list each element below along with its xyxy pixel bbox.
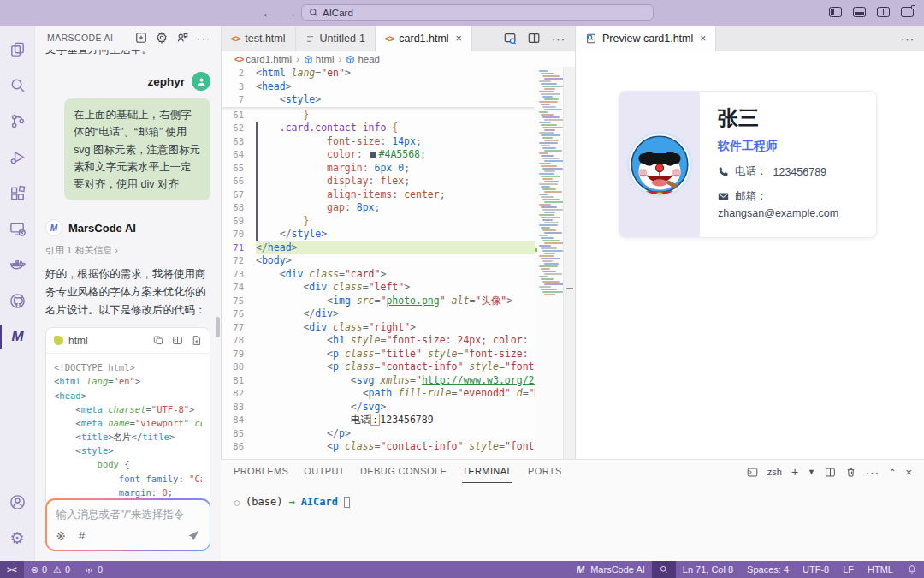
code-line[interactable]: 65 margin: 6px 0; [222, 162, 535, 176]
split-terminal-icon[interactable] [825, 467, 836, 478]
code-line[interactable]: 67 align-items: center; [222, 188, 535, 202]
panel-tab-output[interactable]: OUTPUT [304, 466, 345, 483]
toggle-panel-icon[interactable] [853, 7, 866, 17]
language-mode[interactable]: HTML [861, 561, 900, 578]
share-feedback-icon[interactable] [176, 32, 188, 44]
breadcrumb-item-card1-html[interactable]: <>card1.html [234, 54, 292, 64]
tab-preview-card1[interactable]: Preview card1.html × [576, 26, 716, 51]
maximize-panel-icon[interactable]: ⌃ [889, 468, 896, 477]
terminal[interactable]: ○ (base) → AICard [221, 483, 924, 508]
breadcrumb-item-head[interactable]: head [346, 54, 380, 64]
indentation[interactable]: Spaces: 4 [740, 561, 796, 578]
code-line[interactable]: 66 display: flex; [222, 175, 535, 188]
context-hash-icon[interactable]: # [79, 529, 86, 542]
settings-button[interactable]: ⚙ [0, 520, 34, 556]
new-terminal-icon[interactable]: + [791, 465, 798, 479]
code-line[interactable]: 68 gap: 8px; [222, 201, 535, 215]
code-line[interactable]: 86 <p class="contact-info" style="font-s [222, 440, 535, 454]
close-tab-icon[interactable]: × [456, 33, 462, 45]
breadcrumb-item-html[interactable]: html [304, 54, 335, 64]
activity-item-source-control[interactable] [0, 103, 34, 139]
code-line[interactable]: 73 <div class="card"> [222, 268, 535, 282]
code-line[interactable]: 82 <path fill-rule="evenodd" d="M10 2a1 … [222, 387, 535, 401]
panel-tab-debug-console[interactable]: DEBUG CONSOLE [360, 466, 447, 483]
preview-more-actions-icon[interactable]: ··· [901, 33, 915, 45]
kill-terminal-icon[interactable] [845, 467, 856, 478]
new-file-code-icon[interactable] [191, 335, 202, 346]
encoding[interactable]: UTF-8 [796, 561, 836, 578]
code-line[interactable]: 79 <p class="title" style="font-size: 16… [222, 348, 535, 361]
editor-more-actions-icon[interactable]: ··· [552, 33, 566, 45]
activity-item-github[interactable] [0, 283, 34, 319]
activity-item-search[interactable] [0, 67, 34, 103]
code-line[interactable]: 85 </p> [222, 427, 535, 441]
code-line[interactable]: 3<head> [222, 80, 535, 94]
code-line[interactable]: 78 <h1 style="font-size: 24px; color: #2… [222, 334, 535, 348]
code-line[interactable]: 74 <div class="left"> [222, 281, 535, 295]
search-status-button[interactable] [652, 561, 676, 578]
marscode-status[interactable]: MMarsCode AI [570, 561, 652, 578]
editor-scrollbar[interactable] [563, 67, 575, 459]
activity-item-docker[interactable] [0, 247, 34, 283]
cursor-position[interactable]: Ln 71, Col 8 [676, 561, 740, 578]
close-preview-tab-icon[interactable]: × [700, 33, 706, 45]
close-panel-icon[interactable]: × [905, 466, 912, 479]
activity-item-marscode[interactable]: M [0, 319, 34, 355]
split-editor-icon[interactable] [877, 7, 890, 17]
code-line[interactable]: 63 font-size: 14px; [222, 135, 535, 149]
remote-indicator[interactable]: >< [0, 561, 24, 578]
code-line[interactable]: 61 } [222, 109, 535, 122]
activity-item-extensions[interactable] [0, 175, 34, 211]
notifications-bell[interactable] [900, 561, 924, 578]
split-editor-right-icon[interactable] [528, 33, 541, 45]
panel-tab-terminal[interactable]: TERMINAL [462, 466, 512, 483]
back-button[interactable]: ← [262, 6, 274, 20]
code-editor-content[interactable]: 2<html lang="en">3<head>7 <style> 61 }62… [222, 67, 535, 459]
code-line[interactable]: 84 电话：123456789 [222, 414, 535, 427]
code-line[interactable]: 77 <div class="right"> [222, 321, 535, 335]
code-line[interactable]: 62 .card.contact-info { [222, 122, 535, 135]
code-line[interactable]: 76 </div> [222, 307, 535, 321]
code-line[interactable]: 7 <style> [222, 93, 535, 107]
terminal-dropdown-icon[interactable]: ▼ [808, 468, 815, 476]
skills-icon[interactable]: ※ [56, 529, 66, 543]
activity-item-run-debug[interactable] [0, 139, 34, 175]
code-line[interactable]: 69 } [222, 215, 535, 229]
more-actions-icon[interactable]: ··· [197, 33, 210, 44]
problems-status[interactable]: ⊗0 ⚠0 [24, 561, 77, 578]
panel-tab-ports[interactable]: PORTS [528, 466, 562, 483]
code-line[interactable]: 64 color: #4A5568; [222, 148, 535, 162]
panel-tab-problems[interactable]: PROBLEMS [234, 466, 288, 483]
chat-input[interactable]: 输入消息或者"/"来选择指令 ※ # [47, 500, 210, 550]
code-line[interactable]: 80 <p class="contact-info" style="font-s… [222, 361, 535, 374]
code-line[interactable]: 71</head> [222, 241, 535, 255]
reference-link[interactable]: 引用 1 相关信息 › [45, 244, 210, 257]
code-line[interactable]: 83 </svg> [222, 401, 535, 414]
new-chat-icon[interactable] [135, 32, 147, 44]
insert-code-icon[interactable] [172, 335, 183, 346]
minimap[interactable] [535, 67, 563, 459]
eol[interactable]: LF [836, 561, 861, 578]
code-line[interactable]: 72<body> [222, 254, 535, 268]
panel-more-actions-icon[interactable]: ··· [866, 467, 880, 478]
forward-button[interactable]: → [285, 6, 297, 20]
activity-item-explorer[interactable] [0, 31, 34, 67]
code-line[interactable]: 70 </style> [222, 228, 535, 241]
customize-layout-icon[interactable] [901, 7, 914, 17]
open-preview-icon[interactable] [504, 33, 517, 45]
tab-card1-html[interactable]: <>card1.html× [376, 26, 472, 51]
code-line[interactable]: 2<html lang="en"> [222, 67, 535, 80]
sidebar-scrollbar[interactable] [216, 317, 220, 337]
copy-code-icon[interactable] [153, 335, 164, 346]
code-line[interactable]: 75 <img src="photo.png" alt="头像"> [222, 295, 535, 308]
send-icon[interactable] [187, 529, 200, 542]
tab-test-html[interactable]: <>test.html [222, 26, 296, 51]
toggle-sidebar-icon[interactable] [829, 7, 842, 17]
ports-status[interactable]: 0 [77, 561, 110, 578]
chat-settings-gear-icon[interactable] [156, 32, 168, 44]
command-center[interactable]: AICard [301, 4, 654, 21]
account-button[interactable] [0, 484, 34, 520]
tab-untitled-1[interactable]: Untitled-1 [296, 26, 376, 51]
activity-item-remote[interactable] [0, 211, 34, 247]
code-line[interactable]: 81 <svg xmlns="http://www.w3.org/2000/sv… [222, 374, 535, 388]
